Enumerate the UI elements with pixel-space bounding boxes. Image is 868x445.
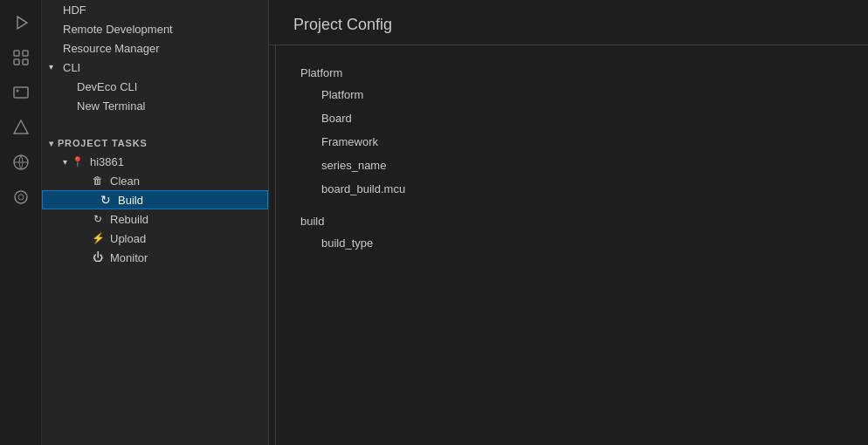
svg-point-10 (15, 191, 27, 203)
config-field-series-name[interactable]: series_name (300, 154, 844, 177)
sidebar-item-build[interactable]: ↻ Build (42, 190, 268, 209)
remote-dev-label: Remote Development (63, 23, 173, 36)
sidebar-item-deveco-cli[interactable]: DevEco CLI (42, 77, 268, 96)
sidebar-item-remote-development[interactable]: Remote Development (42, 19, 268, 38)
extensions-icon[interactable] (5, 42, 37, 73)
clean-label: Clean (110, 175, 140, 188)
activity-bar (0, 0, 42, 445)
svg-rect-4 (23, 59, 28, 65)
device-icon: 📍 (71, 154, 85, 168)
run-icon[interactable] (5, 7, 37, 38)
config-body: Platform Platform Board Framework series… (269, 45, 868, 445)
remote-icon[interactable] (5, 77, 37, 108)
cli-section-header[interactable]: ▾ CLI (42, 58, 268, 77)
sidebar-item-monitor[interactable]: ⏻ Monitor (42, 248, 268, 267)
sidebar-item-device[interactable]: ▾ 📍 hi3861 (42, 152, 268, 171)
svg-point-6 (16, 90, 18, 92)
project-config-title: Project Config (269, 0, 868, 44)
device-name: hi3861 (90, 155, 124, 168)
sidebar-item-rebuild[interactable]: ↻ Rebuild (42, 209, 268, 229)
new-terminal-label: New Terminal (77, 99, 146, 113)
main-content: Project Config Platform Platform Board F… (269, 0, 868, 445)
svg-marker-7 (14, 120, 28, 134)
deveco-cli-label: DevEco CLI (77, 80, 137, 93)
ai-icon[interactable] (5, 181, 37, 213)
config-section-platform: Platform (300, 59, 844, 83)
config-nav (269, 45, 276, 445)
config-field-build-type[interactable]: build_type (300, 231, 844, 255)
cli-chevron-icon: ▾ (49, 62, 59, 72)
sidebar: HDF Remote Development Resource Manager … (42, 0, 269, 445)
svg-rect-5 (14, 87, 28, 98)
config-field-board[interactable]: Board (300, 106, 844, 130)
svg-point-11 (18, 195, 24, 200)
config-section-build: build (300, 208, 844, 231)
config-group-build: build build_type (300, 208, 844, 255)
project-tasks-label: PROJECT TASKS (58, 138, 148, 148)
monitor-label: Monitor (110, 251, 148, 264)
config-group-platform: Platform Platform Board Framework series… (300, 59, 844, 201)
project-tasks-chevron-icon: ▾ (49, 139, 54, 148)
hdf-label: HDF (63, 3, 86, 17)
sidebar-content: HDF Remote Development Resource Manager … (42, 0, 268, 445)
network-icon[interactable] (5, 147, 37, 178)
sidebar-item-resource-manager[interactable]: Resource Manager (42, 38, 268, 58)
upload-label: Upload (110, 232, 146, 245)
monitor-icon: ⏻ (91, 250, 105, 264)
config-field-board-build-mcu[interactable]: board_build.mcu (300, 177, 844, 201)
rebuild-label: Rebuild (110, 213, 148, 226)
svg-rect-1 (14, 51, 19, 56)
device-chevron-icon: ▾ (63, 157, 67, 167)
cli-label: CLI (63, 61, 80, 74)
sidebar-item-hdf[interactable]: HDF (42, 0, 268, 19)
svg-marker-0 (17, 17, 27, 29)
clean-icon: 🗑 (91, 174, 105, 188)
sidebar-item-upload[interactable]: ⚡ Upload (42, 229, 268, 248)
sidebar-item-clean[interactable]: 🗑 Clean (42, 171, 268, 190)
sidebar-item-new-terminal[interactable]: New Terminal (42, 96, 268, 115)
rebuild-icon: ↻ (91, 212, 105, 226)
svg-rect-3 (14, 59, 19, 65)
resource-manager-label: Resource Manager (63, 42, 160, 55)
upload-icon: ⚡ (91, 231, 105, 245)
build-label: Build (118, 194, 143, 207)
config-field-framework[interactable]: Framework (300, 130, 844, 154)
config-fields: Platform Platform Board Framework series… (276, 45, 868, 445)
svg-rect-2 (23, 51, 28, 56)
config-field-platform[interactable]: Platform (300, 83, 844, 106)
arkts-icon[interactable] (5, 112, 37, 143)
project-tasks-header[interactable]: ▾ PROJECT TASKS (42, 133, 268, 152)
build-icon: ↻ (99, 193, 113, 207)
